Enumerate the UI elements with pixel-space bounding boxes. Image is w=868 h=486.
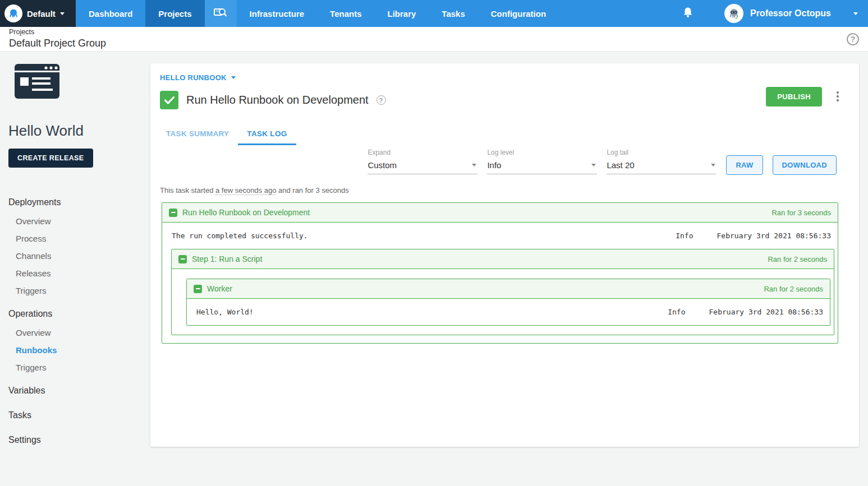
log-timestamp: February 3rd 2021 08:56:33 (717, 232, 832, 240)
log-group-root-duration: Ran for 3 seconds (771, 209, 831, 217)
sidebar-item-releases[interactable]: Releases (8, 265, 142, 282)
log-level: Info (676, 232, 693, 240)
project-logo-icon (15, 64, 142, 101)
log-level-select[interactable]: Log level Info (487, 149, 597, 174)
chevron-down-icon (472, 164, 476, 166)
breadcrumb-parent-link[interactable]: Projects (9, 28, 106, 37)
question-mark-icon: ? (851, 35, 856, 44)
sidebar-item-deployments[interactable]: Deployments (8, 192, 142, 212)
expand-select-label: Expand (368, 149, 477, 156)
task-start-time[interactable]: a few seconds ago (215, 186, 276, 195)
project-sidebar: Hello World CREATE RELEASE Deployments O… (0, 52, 150, 450)
page-title: Default Project Group (9, 37, 106, 50)
raw-button[interactable]: RAW (726, 155, 763, 175)
chevron-down-icon (231, 76, 236, 79)
sidebar-item-runbooks[interactable]: Runbooks (8, 341, 142, 359)
sidebar-item-operations[interactable]: Operations (8, 304, 142, 324)
breadcrumb: Projects Default Project Group (9, 28, 106, 49)
log-group-worker-duration: Ran for 2 seconds (764, 285, 823, 293)
sidebar-nav: Deployments Overview Process Channels Re… (8, 192, 142, 450)
sidebar-item-variables[interactable]: Variables (8, 381, 142, 401)
search-button[interactable] (205, 0, 237, 27)
log-message: The run completed successfully. (172, 232, 676, 240)
collapse-icon[interactable] (178, 255, 187, 263)
task-tabs: TASK SUMMARY TASK LOG (150, 123, 859, 145)
sidebar-item-deployments-triggers[interactable]: Triggers (8, 282, 142, 299)
log-group-step-header[interactable]: Step 1: Run a Script Ran for 2 seconds (172, 249, 834, 269)
help-button[interactable]: ? (847, 33, 859, 45)
collapse-icon[interactable] (169, 209, 177, 217)
sidebar-item-settings[interactable]: Settings (8, 430, 142, 450)
log-level-select-value: Info (487, 160, 501, 170)
sidebar-item-operations-triggers[interactable]: Triggers (8, 359, 142, 376)
task-title: Run Hello Runbook on Development (186, 94, 369, 107)
sidebar-item-channels[interactable]: Channels (8, 247, 142, 265)
log-row: Hello, World! Info February 3rd 2021 08:… (187, 299, 830, 325)
nav-item-infrastructure[interactable]: Infrastructure (237, 0, 318, 27)
nav-item-configuration[interactable]: Configuration (478, 0, 559, 27)
log-group-root: Run Hello Runbook on Development Ran for… (162, 202, 838, 344)
top-nav-right: Professor Octopus (667, 0, 868, 27)
user-name: Professor Octopus (750, 8, 831, 18)
runbook-breadcrumb-label: HELLO RUNBOOK (160, 73, 227, 82)
chevron-down-icon (853, 12, 858, 15)
log-group-worker-header[interactable]: Worker Ran for 2 seconds (187, 279, 830, 299)
nav-links: Dashboard Projects Infrastructure Tenant… (76, 0, 559, 27)
log-group-step-duration: Ran for 2 seconds (768, 255, 827, 263)
publish-button[interactable]: PUBLISH (766, 87, 822, 107)
notifications-button[interactable] (667, 7, 709, 20)
search-icon (214, 6, 227, 21)
log-level: Info (668, 308, 685, 316)
overflow-menu-button[interactable] (833, 87, 842, 106)
chevron-down-icon (591, 164, 596, 166)
sidebar-item-deployments-overview[interactable]: Overview (8, 212, 142, 230)
octopus-logo-icon (4, 4, 22, 22)
task-card: HELLO RUNBOOK Run Hello Runbook on Devel… (150, 63, 859, 447)
avatar (724, 4, 743, 23)
card-head-left: HELLO RUNBOOK Run Hello Runbook on Devel… (160, 73, 386, 109)
log-group-step-title: Step 1: Run a Script (192, 254, 262, 263)
log-row: The run completed successfully. Info Feb… (162, 223, 838, 249)
log-group-root-header[interactable]: Run Hello Runbook on Development Ran for… (162, 203, 838, 223)
user-menu[interactable]: Professor Octopus (709, 4, 858, 23)
nav-item-tenants[interactable]: Tenants (317, 0, 374, 27)
top-nav: Default Dashboard Projects Infrastructur… (0, 0, 868, 27)
log-group-step: Step 1: Run a Script Ran for 2 seconds W… (171, 249, 834, 335)
nav-item-dashboard[interactable]: Dashboard (76, 0, 145, 27)
bell-icon (683, 7, 693, 20)
log-tail-select-label: Log tail (607, 149, 717, 156)
task-summary-line: This task started a few seconds ago and … (150, 175, 859, 195)
project-name: Hello World (8, 122, 142, 140)
runbook-breadcrumb-link[interactable]: HELLO RUNBOOK (160, 73, 386, 82)
expand-select[interactable]: Expand Custom (368, 149, 477, 174)
task-success-icon (160, 91, 178, 109)
nav-item-projects[interactable]: Projects (145, 0, 204, 27)
space-switcher[interactable]: Default (0, 0, 76, 27)
log-group-worker: Worker Ran for 2 seconds Hello, World! I… (186, 279, 830, 326)
nav-item-library[interactable]: Library (375, 0, 429, 27)
title-help-icon[interactable]: ? (376, 95, 386, 105)
question-mark-icon: ? (379, 97, 383, 104)
tab-task-log[interactable]: TASK LOG (238, 123, 296, 145)
log-filter-row: Expand Custom Log level Info Log tail (150, 145, 859, 175)
log-level-select-label: Log level (487, 149, 597, 156)
log-group-root-title: Run Hello Runbook on Development (182, 208, 310, 217)
log-tail-select[interactable]: Log tail Last 20 (607, 149, 717, 174)
space-name: Default (27, 9, 56, 18)
collapse-icon[interactable] (194, 285, 202, 293)
log-tail-select-value: Last 20 (607, 160, 634, 170)
sidebar-item-tasks[interactable]: Tasks (8, 405, 142, 425)
log-message: Hello, World! (196, 308, 668, 316)
tab-task-summary[interactable]: TASK SUMMARY (157, 123, 238, 145)
nav-item-tasks[interactable]: Tasks (429, 0, 477, 27)
expand-select-value: Custom (368, 160, 397, 170)
breadcrumb-bar: Projects Default Project Group ? (0, 27, 868, 52)
sidebar-item-process[interactable]: Process (8, 230, 142, 247)
download-button[interactable]: DOWNLOAD (773, 155, 837, 175)
chevron-down-icon (60, 12, 65, 15)
log-group-worker-title: Worker (207, 284, 232, 293)
log-timestamp: February 3rd 2021 08:56:33 (709, 308, 824, 316)
chevron-down-icon (711, 164, 715, 166)
create-release-button[interactable]: CREATE RELEASE (8, 149, 93, 168)
sidebar-item-operations-overview[interactable]: Overview (8, 324, 142, 341)
